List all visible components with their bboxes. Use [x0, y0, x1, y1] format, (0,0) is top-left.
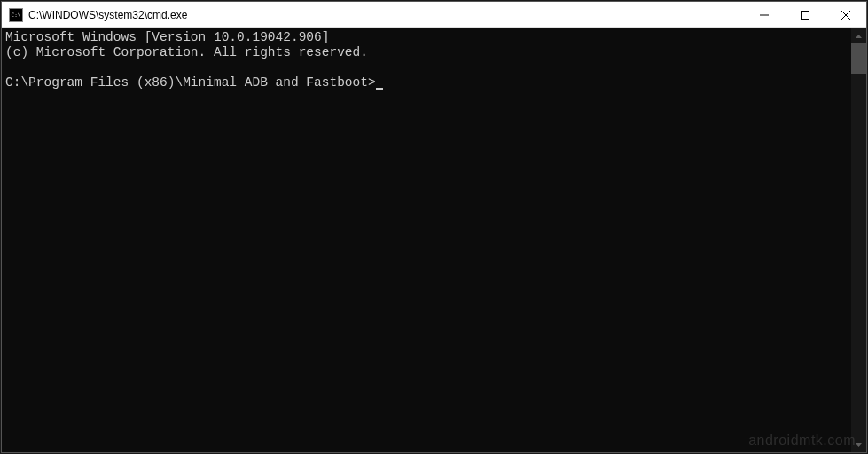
scroll-thumb[interactable] — [851, 43, 866, 74]
chevron-down-icon — [856, 443, 862, 447]
maximize-icon — [801, 11, 809, 20]
window-controls — [744, 2, 866, 27]
window-title: C:\WINDOWS\system32\cmd.exe — [28, 9, 744, 21]
terminal-line: Microsoft Windows [Version 10.0.19042.90… — [5, 30, 329, 44]
terminal-prompt: C:\Program Files (x86)\Minimal ADB and F… — [5, 75, 376, 90]
terminal-line: (c) Microsoft Corporation. All rights re… — [5, 45, 368, 59]
vertical-scrollbar[interactable] — [851, 28, 866, 452]
close-icon — [841, 11, 850, 20]
cursor — [376, 88, 383, 90]
cmd-icon — [9, 8, 23, 22]
svg-rect-1 — [802, 11, 809, 19]
minimize-icon — [760, 11, 769, 20]
minimize-button[interactable] — [744, 2, 785, 27]
terminal-output[interactable]: Microsoft Windows [Version 10.0.19042.90… — [2, 28, 851, 452]
scroll-down-button[interactable] — [851, 437, 866, 452]
maximize-button[interactable] — [785, 2, 825, 27]
cmd-window: C:\WINDOWS\system32\cmd.exe Microsoft Wi — [1, 1, 867, 453]
close-button[interactable] — [825, 2, 866, 27]
scroll-up-button[interactable] — [851, 28, 866, 43]
scroll-track[interactable] — [851, 43, 866, 437]
chevron-up-icon — [856, 35, 862, 38]
terminal-container: Microsoft Windows [Version 10.0.19042.90… — [2, 28, 866, 452]
titlebar[interactable]: C:\WINDOWS\system32\cmd.exe — [2, 2, 866, 28]
